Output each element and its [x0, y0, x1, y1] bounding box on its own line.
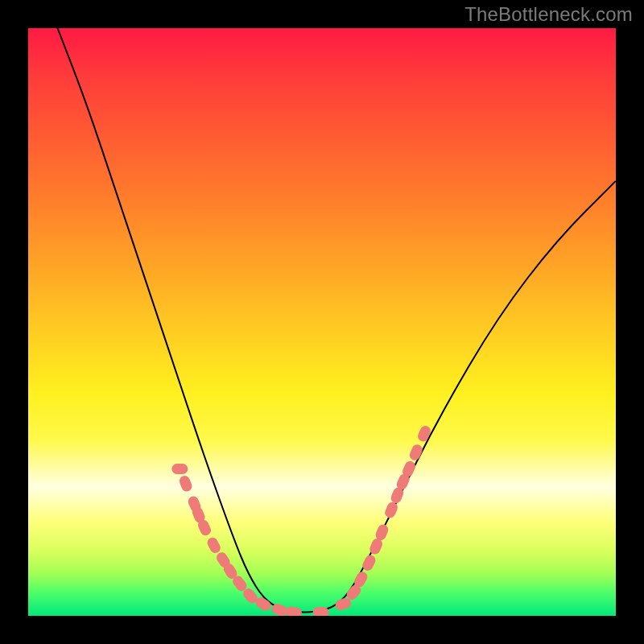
chart-frame: TheBottleneck.com — [0, 0, 644, 644]
highlight-dot — [361, 553, 378, 572]
bottleneck-curve-line — [58, 28, 617, 612]
watermark-text: TheBottleneck.com — [464, 3, 633, 26]
highlight-dot — [408, 443, 424, 462]
bottleneck-curve-path — [58, 28, 617, 612]
highlight-dot — [383, 501, 399, 519]
plot-area — [28, 28, 616, 616]
highlight-dot — [313, 607, 329, 616]
highlight-dot — [285, 606, 303, 616]
highlight-dot — [178, 474, 193, 493]
chart-svg — [28, 28, 616, 616]
highlight-dot — [171, 464, 188, 474]
highlight-dot — [205, 536, 222, 555]
highlight-dots-group — [171, 424, 432, 616]
highlight-dot — [416, 424, 432, 444]
